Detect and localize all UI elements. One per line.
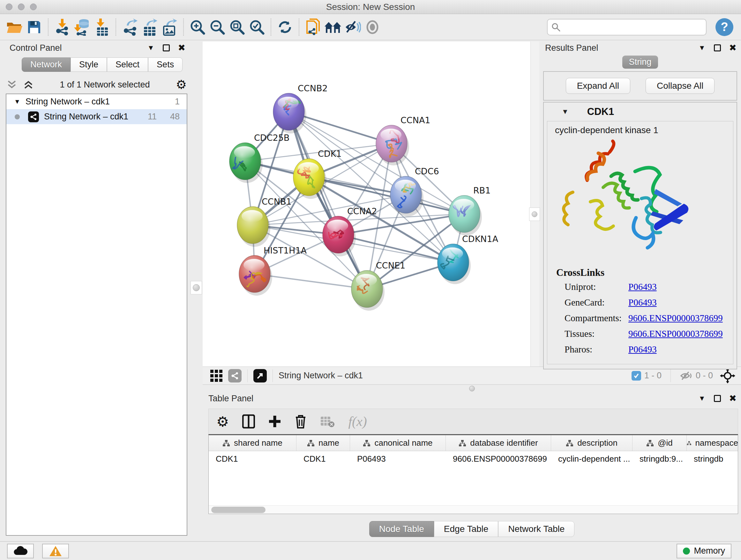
import-table-from-file-button[interactable] [92,17,112,37]
table-cell[interactable]: stringdb:9... [632,451,687,466]
network-node-ccna2[interactable]: CCNA2 [323,206,377,256]
string-results-container: ▼ CDK1 cyclin-dependent kinase 1 [543,102,737,369]
column-header-name[interactable]: name [296,435,350,451]
grid-view-icon[interactable] [210,370,222,382]
warnings-button[interactable] [42,544,69,558]
memory-button[interactable]: Memory [677,544,731,558]
network-canvas[interactable]: CCNB2CCNA1CDC25BCDK1CDC6RB1CCNB1CCNA2CDK… [203,42,530,367]
network-graph[interactable]: CCNB2CCNA1CDC25BCDK1CDC6RB1CCNB1CCNA2CDK… [203,42,530,367]
column-header-description[interactable]: description [551,435,632,451]
cloud-status-button[interactable] [7,544,34,558]
network-node-ccnb2[interactable]: CCNB2 [273,83,328,133]
expand-all-button[interactable]: Expand All [566,78,630,94]
uniprot-link[interactable]: P06493 [628,282,657,292]
zoom-in-button[interactable] [188,17,207,37]
pharos-link[interactable]: P06493 [628,344,657,355]
zoom-selected-button[interactable] [247,17,267,37]
table-cell[interactable]: P06493 [350,451,446,466]
collapse-all-icon[interactable] [6,80,17,89]
node-table[interactable]: shared namenamecanonical namedatabase id… [208,434,738,514]
tab-style[interactable]: Style [71,57,107,72]
panel-float-button[interactable] [714,395,721,402]
open-external-icon[interactable] [253,369,267,382]
zoom-out-button[interactable] [207,17,227,37]
save-session-button[interactable] [24,17,44,37]
horizontal-scrollbar[interactable] [209,505,738,514]
network-node-cdc25b[interactable]: CDC25B [229,133,289,183]
column-header-canonical-name[interactable]: canonical name [350,435,446,451]
panel-float-button[interactable] [714,44,721,51]
compartments-link[interactable]: 9606.ENSP00000378699 [628,313,723,323]
panel-menu-button[interactable]: ▼ [698,44,705,52]
open-session-button[interactable] [4,17,24,37]
network-options-gear-icon[interactable]: ⚙ [176,78,187,91]
network-node-cdkn1a[interactable]: CDKN1A [437,234,498,284]
network-edge[interactable] [309,177,464,214]
splitter-handle[interactable] [469,386,475,391]
table-cell[interactable]: stringdb [687,451,738,466]
panel-menu-button[interactable]: ▼ [698,394,705,402]
collection-expand-caret[interactable]: ▼ [14,98,20,105]
tab-network-table[interactable]: Network Table [498,521,575,537]
zoom-fit-button[interactable] [227,17,247,37]
export-image-button[interactable] [159,17,179,37]
import-network-from-database-button[interactable] [72,17,92,37]
column-header-namespace[interactable]: namespace [687,435,738,451]
genecard-link[interactable]: P06493 [628,297,657,308]
help-button[interactable]: ? [716,18,733,36]
edge-count: 48 [170,112,180,122]
left-panel-splitter[interactable] [190,40,203,541]
panel-close-button[interactable]: ✖ [729,394,737,403]
splitter-handle[interactable] [191,281,202,294]
table-cell[interactable]: CDK1 [209,451,296,466]
network-node-ccne1[interactable]: CCNE1 [351,260,405,311]
table-cell[interactable]: 9606.ENSP00000378699 [446,451,551,466]
search-input[interactable] [563,22,702,32]
network-row[interactable]: String Network – cdk1 11 48 [6,109,187,124]
table-cell[interactable]: cyclin-dependent ... [551,451,632,466]
tab-edge-table[interactable]: Edge Table [434,521,498,537]
tab-node-table[interactable]: Node Table [369,521,434,537]
export-table-button[interactable] [140,17,159,37]
network-node-rb1[interactable]: RB1 [449,186,490,236]
import-network-from-file-button[interactable] [52,17,72,37]
panel-close-button[interactable]: ✖ [729,44,737,52]
horizontal-splitter[interactable] [203,385,741,392]
panel-float-button[interactable] [163,44,170,51]
tab-network[interactable]: Network [22,57,71,72]
gene-collapse-caret[interactable]: ▼ [562,108,569,116]
string-network-icon[interactable] [228,369,242,382]
network-edge[interactable] [289,112,367,289]
open-in-cytoscape-web-button[interactable] [303,17,323,37]
birdseye-view-button[interactable] [323,17,343,37]
add-column-icon[interactable] [268,415,281,428]
splitter-handle[interactable] [529,207,540,221]
scrollbar-thumb[interactable] [211,507,266,513]
panel-close-button[interactable]: ✖ [178,44,185,52]
tissues-link[interactable]: 9606.ENSP00000378699 [628,328,723,339]
table-row[interactable]: CDK1CDK1P064939606.ENSP00000378699cyclin… [209,451,738,466]
network-collection-row[interactable]: ▼ String Network – cdk1 1 [6,94,187,109]
panel-menu-button[interactable]: ▼ [147,44,154,52]
hide-annotations-button[interactable] [343,17,362,37]
delete-trash-icon[interactable] [294,414,307,429]
tab-select[interactable]: Select [107,57,148,72]
search-box[interactable] [547,19,706,36]
column-header--id[interactable]: @id [632,435,687,451]
network-node-cdc6[interactable]: CDC6 [390,166,439,216]
export-network-button[interactable] [120,17,140,37]
table-options-gear-icon[interactable]: ⚙ [216,414,229,430]
network-node-hist1h1a[interactable]: HIST1H1A [239,246,307,296]
apply-layout-button[interactable] [275,17,295,37]
column-header-shared-name[interactable]: shared name [209,435,296,451]
collapse-all-button[interactable]: Collapse All [646,78,715,94]
show-annotations-button[interactable] [362,17,382,37]
show-columns-icon[interactable] [242,415,255,428]
table-cell[interactable]: CDK1 [296,451,350,466]
column-header-database-identifier[interactable]: database identifier [446,435,551,451]
tab-sets[interactable]: Sets [148,57,183,72]
expand-all-icon[interactable] [23,80,34,89]
network-node-ccna1[interactable]: CCNA1 [376,115,430,165]
tab-string[interactable]: String [622,56,658,69]
right-panel-splitter[interactable] [530,42,539,385]
